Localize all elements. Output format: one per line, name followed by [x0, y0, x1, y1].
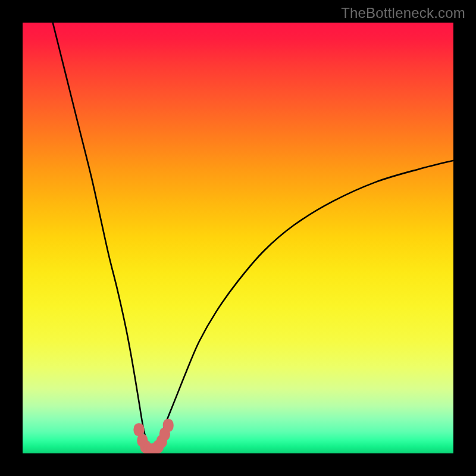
- chart-svg: [23, 23, 453, 453]
- marker-dot: [163, 419, 174, 432]
- bottleneck-curve: [53, 23, 453, 452]
- chart-frame: TheBottleneck.com: [0, 0, 476, 476]
- plot-area: [23, 23, 453, 453]
- watermark-text: TheBottleneck.com: [341, 5, 465, 21]
- marker-cluster: [133, 419, 173, 453]
